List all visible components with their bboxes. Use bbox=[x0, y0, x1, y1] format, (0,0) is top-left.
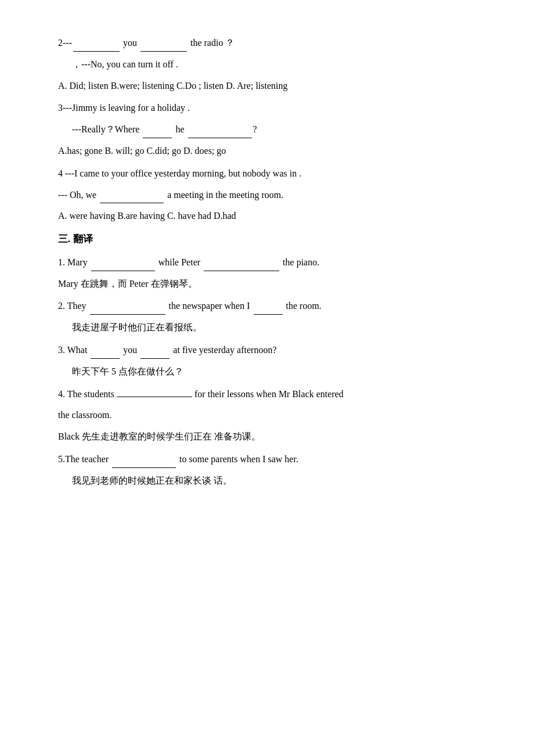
t3-line: 3. What you at five yesterday afternoon? bbox=[58, 342, 488, 359]
t4-line1: 4. The students for their lessons when M… bbox=[58, 386, 488, 403]
t2-middle: the newspaper when I bbox=[169, 301, 250, 311]
t1-blank1 bbox=[91, 271, 155, 271]
t4-line1-suffix: for their lessons when Mr Black entered bbox=[194, 386, 344, 403]
q3-response-text: ---Really？Where bbox=[72, 124, 139, 134]
t2-blank1 bbox=[90, 314, 165, 315]
t2-chinese: 我走进屋子时他们正在看报纸。 bbox=[58, 319, 488, 336]
t1-chinese: Mary 在跳舞，而 Peter 在弹钢琴。 bbox=[58, 276, 488, 293]
question-2: 2--- you the radio ？ ，---No, you can tur… bbox=[58, 35, 488, 94]
t5-prefix: 5.The teacher bbox=[58, 454, 109, 464]
q2-blank2 bbox=[140, 51, 187, 52]
q4-response: --- Oh, we a meeting in the meeting room… bbox=[58, 187, 488, 204]
t1-prefix: 1. Mary bbox=[58, 257, 88, 267]
q3-blank2 bbox=[188, 138, 252, 138]
t2-line: 2. They the newspaper when I the room. bbox=[58, 298, 488, 315]
q4-options: A. were having B.are having C. have had … bbox=[58, 208, 488, 225]
translation-3: 3. What you at five yesterday afternoon?… bbox=[58, 342, 488, 380]
q4-response-prefix: --- Oh, we bbox=[58, 190, 96, 200]
t1-blank2 bbox=[204, 271, 279, 271]
translation-4: 4. The students for their lessons when M… bbox=[58, 386, 488, 445]
t5-chinese: 我见到老师的时候她正在和家长谈 话。 bbox=[58, 473, 488, 489]
t2-suffix: the room. bbox=[286, 301, 322, 311]
t1-line: 1. Mary while Peter the piano. bbox=[58, 254, 488, 271]
t3-chinese: 昨天下午 5 点你在做什么？ bbox=[58, 363, 488, 380]
t3-prefix: 3. What bbox=[58, 345, 87, 355]
t4-blank bbox=[117, 397, 192, 397]
t2-prefix: 2. They bbox=[58, 301, 86, 311]
t3-suffix: at five yesterday afternoon? bbox=[173, 345, 276, 355]
q2-prefix: 2--- bbox=[58, 38, 72, 48]
q3-prompt: 3---Jimmy is leaving for a holiday . bbox=[58, 100, 488, 117]
t5-line: 5.The teacher to some parents when I saw… bbox=[58, 451, 488, 468]
q3-he: he bbox=[175, 124, 184, 134]
question-4: 4 ---I came to your office yesterday mor… bbox=[58, 165, 488, 225]
q3-blank1 bbox=[143, 138, 172, 138]
q2-options: A. Did; listen B.were; listening C.Do ; … bbox=[58, 78, 488, 95]
translation-2: 2. They the newspaper when I the room. 我… bbox=[58, 298, 488, 336]
t4-chinese: Black 先生走进教室的时候学生们正在 准备功课。 bbox=[58, 429, 488, 445]
q2-line: 2--- you the radio ？ bbox=[58, 35, 488, 52]
t3-blank2 bbox=[140, 358, 169, 359]
t3-you: you bbox=[123, 345, 137, 355]
t1-middle: while Peter bbox=[158, 257, 200, 267]
translation-1: 1. Mary while Peter the piano. Mary 在跳舞，… bbox=[58, 254, 488, 293]
t4-line1-prefix: 4. The students bbox=[58, 386, 114, 403]
t3-blank1 bbox=[91, 358, 120, 359]
q4-blank bbox=[100, 203, 164, 203]
q4-prompt: 4 ---I came to your office yesterday mor… bbox=[58, 165, 488, 182]
section-3: 三. 翻译 bbox=[58, 231, 488, 249]
q2-you: you bbox=[123, 38, 137, 48]
t4-line2: the classroom. bbox=[58, 407, 488, 424]
t5-suffix: to some parents when I saw her. bbox=[179, 454, 298, 464]
q2-blank1 bbox=[73, 51, 120, 52]
q3-end: ? bbox=[253, 124, 257, 134]
q3-response: ---Really？Where he ? bbox=[58, 121, 488, 138]
question-3: 3---Jimmy is leaving for a holiday . ---… bbox=[58, 100, 488, 159]
t1-suffix: the piano. bbox=[283, 257, 319, 267]
q4-response-suffix: a meeting in the meeting room. bbox=[167, 190, 283, 200]
t2-blank2 bbox=[254, 314, 283, 315]
q2-response: ，---No, you can turn it off . bbox=[58, 56, 488, 73]
q3-options: A.has; gone B. will; go C.did; go D. doe… bbox=[58, 143, 488, 160]
q2-suffix: the radio ？ bbox=[190, 38, 234, 48]
t5-blank bbox=[112, 467, 176, 468]
translation-5: 5.The teacher to some parents when I saw… bbox=[58, 451, 488, 489]
section-title: 三. 翻译 bbox=[58, 231, 488, 249]
